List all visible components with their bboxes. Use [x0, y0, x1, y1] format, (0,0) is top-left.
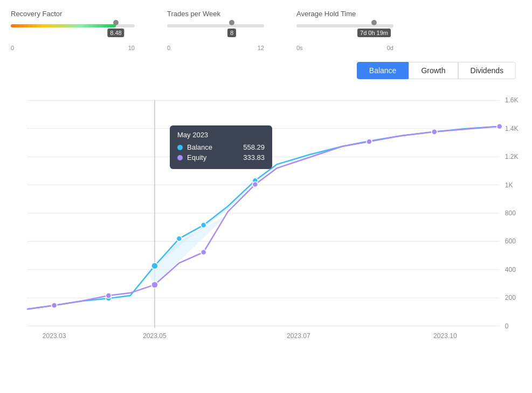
y-label-1200: 1.2K: [505, 153, 519, 160]
y-label-1600: 1.6K: [505, 96, 519, 104]
balance-point-may: [151, 263, 158, 269]
recovery-factor-value: 8.48: [107, 29, 124, 37]
average-hold-time-metric: Average Hold Time 7d 0h 19m 0s 0d: [296, 10, 393, 51]
balance-line: [27, 127, 499, 310]
tpw-max: 12: [258, 45, 264, 51]
recovery-factor-range: 0 10: [11, 45, 135, 51]
y-label-600: 600: [505, 237, 516, 245]
tab-section: Balance Growth Dividends: [0, 57, 532, 82]
aht-max: 0d: [387, 45, 393, 51]
recovery-factor-slider[interactable]: 8.48: [11, 21, 135, 31]
average-hold-time-value: 7d 0h 19m: [357, 29, 391, 37]
rf-min: 0: [11, 45, 14, 51]
x-label-oct: 2023.10: [433, 332, 457, 340]
equity-point-1: [52, 303, 57, 308]
y-label-1000: 1K: [505, 181, 513, 189]
equity-point-may: [151, 282, 158, 288]
y-label-400: 400: [505, 266, 516, 273]
x-label-mar: 2023.03: [43, 332, 66, 340]
trades-per-week-slider[interactable]: 8: [167, 21, 264, 31]
equity-point-7: [432, 129, 437, 135]
recovery-factor-fill: [11, 24, 116, 27]
aht-min: 0s: [296, 45, 303, 51]
trades-per-week-metric: Trades per Week 8 0 12: [167, 10, 264, 51]
y-label-0: 0: [505, 322, 509, 330]
trades-per-week-thumb: [229, 20, 234, 25]
equity-point-8: [497, 124, 502, 129]
average-hold-time-label: Average Hold Time: [296, 10, 393, 18]
trades-per-week-range: 0 12: [167, 45, 264, 51]
trades-per-week-label: Trades per Week: [167, 10, 264, 18]
recovery-factor-label: Recovery Factor: [11, 10, 135, 18]
x-label-may: 2023.05: [143, 332, 167, 340]
equity-point-5: [252, 182, 258, 187]
average-hold-time-slider[interactable]: 7d 0h 19m: [296, 21, 393, 31]
recovery-factor-metric: Recovery Factor 8.48 0 10: [11, 10, 135, 51]
equity-point-2: [106, 293, 111, 298]
equity-point-4: [201, 249, 206, 255]
y-label-1400: 1.4K: [505, 125, 519, 132]
y-label-800: 800: [505, 209, 516, 217]
balance-point-4: [176, 236, 182, 241]
tpw-min: 0: [167, 45, 170, 51]
average-hold-time-thumb: [371, 20, 377, 25]
tab-growth[interactable]: Growth: [409, 62, 458, 79]
x-label-jul: 2023.07: [287, 332, 310, 340]
balance-point-5: [201, 222, 206, 228]
equity-point-6: [367, 139, 372, 144]
chart-svg: 1.6K 1.4K 1.2K 1K 800 600 400 200 0 2023…: [11, 82, 521, 346]
chart-area: 1.6K 1.4K 1.2K 1K 800 600 400 200 0 2023…: [11, 82, 521, 346]
tab-balance[interactable]: Balance: [357, 62, 409, 79]
trades-per-week-value: 8: [227, 29, 236, 37]
rf-max: 10: [128, 45, 135, 51]
average-hold-time-track: [296, 24, 393, 27]
tab-dividends[interactable]: Dividends: [458, 62, 516, 79]
equity-line: [27, 127, 499, 310]
average-hold-time-range: 0s 0d: [296, 45, 393, 51]
trades-per-week-track: [167, 24, 264, 27]
chart-shaded-region: [147, 214, 228, 285]
metrics-section: Recovery Factor 8.48 0 10 Trades per Wee…: [0, 0, 532, 57]
recovery-factor-thumb: [113, 20, 119, 25]
y-label-200: 200: [505, 294, 516, 301]
